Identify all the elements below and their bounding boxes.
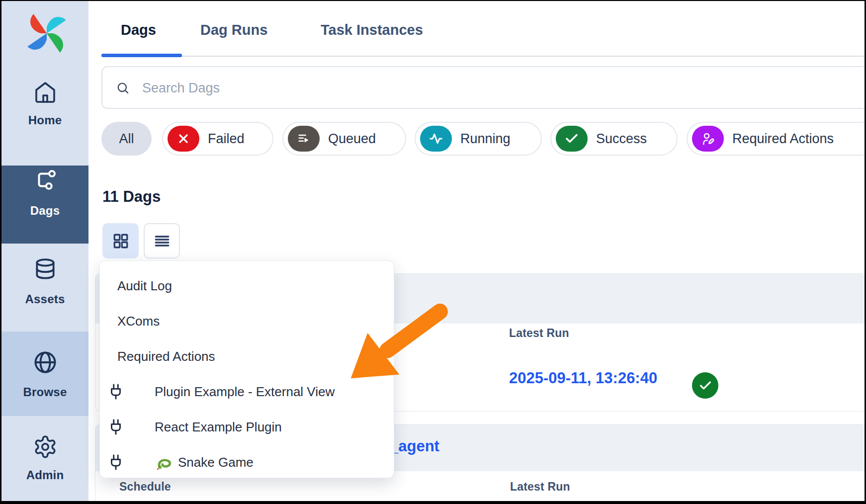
filter-label: All xyxy=(119,131,134,147)
app-window: Home Dags Assets xyxy=(1,1,865,501)
screenshot-frame: Home Dags Assets xyxy=(0,0,866,504)
search-box[interactable] xyxy=(101,66,865,109)
filter-label: Success xyxy=(596,131,647,147)
check-icon xyxy=(698,379,712,393)
home-icon xyxy=(1,81,88,104)
filter-pill-required-actions[interactable]: Required Actions xyxy=(687,122,865,156)
snake-emoji xyxy=(155,454,173,471)
queued-status-badge xyxy=(288,126,320,152)
running-status-badge xyxy=(420,126,452,152)
filter-pill-failed[interactable]: Failed xyxy=(162,122,273,156)
tabs-divider xyxy=(101,56,865,57)
user-pen-icon xyxy=(700,131,715,146)
filter-pill-queued[interactable]: Queued xyxy=(282,122,406,156)
filter-pill-all[interactable]: All xyxy=(101,122,152,156)
sidebar-item-label: Browse xyxy=(1,385,88,399)
sidebar-item-label: Admin xyxy=(1,468,88,482)
schedule-label: Schedule xyxy=(119,480,171,494)
plug-icon xyxy=(107,383,125,400)
failed-status-badge xyxy=(168,126,199,152)
list-icon xyxy=(153,232,171,250)
database-icon xyxy=(1,257,88,282)
list-view-button[interactable] xyxy=(144,223,180,258)
menu-item-react-example-plugin[interactable]: React Example Plugin xyxy=(100,410,394,444)
sidebar-item-label: Assets xyxy=(1,292,88,306)
tab-dag-runs[interactable]: Dag Runs xyxy=(200,22,267,38)
latest-run-label: Latest Run xyxy=(510,480,570,494)
gear-icon xyxy=(1,434,88,459)
sidebar-item-label: Dags xyxy=(1,204,88,218)
pinwheel-blades xyxy=(27,14,66,53)
grid-view-button[interactable] xyxy=(102,223,139,258)
required-actions-status-badge xyxy=(692,126,724,152)
dag-icon xyxy=(1,168,88,193)
menu-item-snake-game[interactable]: Snake Game xyxy=(100,445,394,480)
search-icon xyxy=(116,81,130,95)
sidebar-item-assets[interactable]: Assets xyxy=(1,257,88,306)
plug-icon xyxy=(107,454,125,471)
menu-item-label: Required Actions xyxy=(117,349,215,364)
search-input[interactable] xyxy=(141,67,789,109)
sidebar: Home Dags Assets xyxy=(1,1,88,501)
x-icon xyxy=(176,132,190,146)
filter-label: Queued xyxy=(328,131,376,147)
latest-run-link[interactable]: 2025-09-11, 13:26:40 xyxy=(509,369,657,387)
sidebar-item-admin[interactable]: Admin xyxy=(1,434,88,482)
menu-item-label: Audit Log xyxy=(117,278,172,294)
dag-count-heading: 11 Dags xyxy=(102,188,161,206)
menu-item-audit-log[interactable]: Audit Log xyxy=(100,268,394,303)
browse-dropdown-menu: Audit Log XComs Required Actions Plugin … xyxy=(99,260,394,478)
menu-item-plugin-example-external-view[interactable]: Plugin Example - External View xyxy=(100,374,394,409)
filter-pill-running[interactable]: Running xyxy=(415,122,542,156)
activity-icon xyxy=(429,131,443,146)
filter-pill-success[interactable]: Success xyxy=(550,122,678,156)
sidebar-item-label: Home xyxy=(1,113,88,127)
sidebar-item-browse[interactable]: Browse xyxy=(1,349,88,399)
menu-item-label: Snake Game xyxy=(178,455,254,470)
dag-name-link[interactable]: _agent xyxy=(390,437,439,455)
queue-icon xyxy=(297,132,311,146)
plug-icon xyxy=(107,419,125,435)
menu-item-label: React Example Plugin xyxy=(155,420,282,435)
filter-label: Required Actions xyxy=(732,131,834,147)
airflow-logo[interactable] xyxy=(26,13,67,54)
active-tab-underline xyxy=(101,54,182,57)
run-success-badge[interactable] xyxy=(692,372,718,399)
success-status-badge xyxy=(556,126,588,152)
menu-item-required-actions[interactable]: Required Actions xyxy=(100,339,394,374)
tab-task-instances[interactable]: Task Instances xyxy=(321,22,423,38)
filter-label: Running xyxy=(460,131,511,147)
sidebar-item-dags[interactable]: Dags xyxy=(1,168,88,218)
sidebar-item-home[interactable]: Home xyxy=(1,81,88,127)
tab-dags[interactable]: Dags xyxy=(121,22,156,38)
check-icon xyxy=(564,131,579,146)
globe-icon xyxy=(1,349,88,375)
latest-run-label: Latest Run xyxy=(509,327,569,340)
menu-item-xcoms[interactable]: XComs xyxy=(100,304,394,338)
filter-label: Failed xyxy=(208,131,245,147)
grid-icon xyxy=(112,232,130,250)
menu-item-label: XComs xyxy=(117,314,160,329)
menu-item-label: Plugin Example - External View xyxy=(155,384,335,400)
